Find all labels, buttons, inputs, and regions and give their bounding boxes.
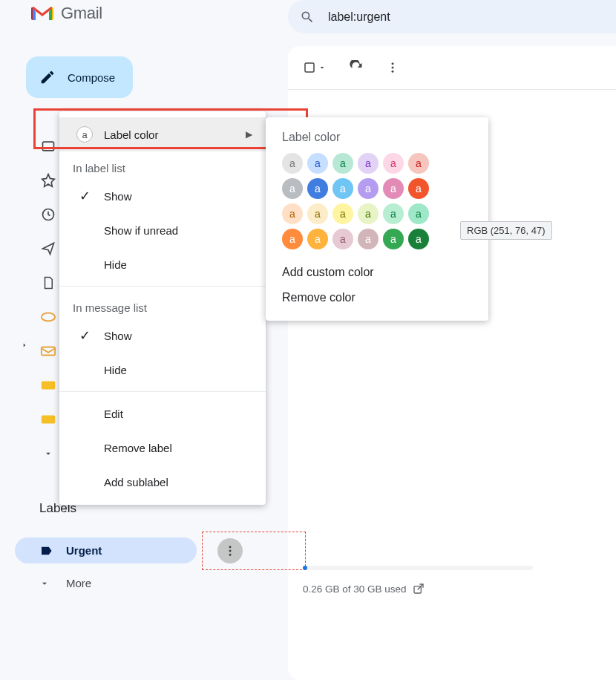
expand-categories-icon[interactable] — [21, 341, 28, 349]
color-swatch[interactable]: a — [307, 178, 328, 199]
refresh-button[interactable] — [349, 60, 364, 75]
header: Gmail label:urgent — [0, 0, 616, 27]
drafts-icon[interactable] — [39, 274, 57, 292]
more-label: More — [66, 577, 91, 589]
mail-toolbar — [288, 46, 616, 89]
menu-section-label-list: In label list — [59, 151, 266, 179]
color-swatch[interactable]: a — [383, 153, 404, 174]
color-swatch[interactable]: a — [358, 153, 379, 174]
svg-rect-4 — [42, 382, 55, 390]
menu-item-label: Label color — [104, 128, 246, 141]
svg-point-10 — [392, 62, 394, 65]
storage-bar-track — [303, 566, 533, 570]
dropdown-arrow-icon — [318, 63, 327, 72]
category-icon[interactable] — [39, 308, 57, 326]
category-social-icon[interactable] — [39, 411, 57, 428]
submenu-arrow-icon: ▶ — [246, 129, 252, 140]
color-swatch[interactable]: a — [282, 153, 303, 174]
check-icon: ✓ — [73, 327, 96, 344]
menu-item-show[interactable]: ✓ Show — [59, 179, 266, 213]
color-swatch[interactable]: a — [332, 178, 353, 199]
svg-rect-0 — [43, 142, 54, 151]
category-updates-icon[interactable] — [39, 376, 57, 394]
star-icon[interactable] — [39, 171, 57, 189]
color-swatch[interactable]: a — [282, 229, 303, 249]
chevron-down-icon[interactable] — [39, 445, 57, 462]
color-swatch[interactable]: a — [408, 203, 429, 224]
flyout-title: Label color — [282, 131, 472, 144]
annotation-dashed-box — [202, 532, 306, 570]
check-icon: ✓ — [73, 188, 96, 204]
menu-section-message-list: In message list — [59, 291, 266, 318]
color-swatch[interactable]: a — [408, 229, 429, 249]
color-swatch[interactable]: a — [383, 229, 404, 249]
select-all-checkbox[interactable] — [303, 61, 327, 74]
more-vert-icon — [386, 61, 399, 74]
pencil-icon — [39, 69, 56, 85]
color-swatch[interactable]: a — [358, 203, 379, 224]
menu-item-label-color[interactable]: a Label color ▶ — [59, 117, 266, 151]
compose-label: Compose — [68, 71, 115, 84]
chevron-down-icon — [39, 578, 50, 589]
gmail-icon — [31, 5, 53, 22]
search-bar[interactable]: label:urgent — [288, 0, 616, 33]
menu-item-edit[interactable]: Edit — [59, 396, 266, 431]
label-context-menu: a Label color ▶ In label list ✓ Show Sho… — [59, 111, 266, 505]
remove-color[interactable]: Remove color — [282, 285, 472, 310]
menu-separator — [59, 391, 266, 392]
menu-item-show-if-unread[interactable]: Show if unread — [59, 213, 266, 247]
color-tooltip: RGB (251, 76, 47) — [460, 221, 552, 240]
color-swatch[interactable]: a — [383, 203, 404, 224]
label-color-flyout: Label color aaaaaaaaaaaaaaaaaaaaaaaa Add… — [266, 117, 488, 321]
svg-rect-5 — [42, 416, 55, 424]
compose-button[interactable]: Compose — [26, 56, 133, 98]
storage-usage[interactable]: 0.26 GB of 30 GB used — [303, 583, 425, 595]
sent-icon[interactable] — [39, 240, 57, 258]
color-swatch[interactable]: a — [282, 178, 303, 199]
color-swatch[interactable]: a — [408, 178, 429, 199]
toolbar-separator — [288, 89, 616, 90]
snoozed-icon[interactable] — [39, 206, 57, 223]
label-urgent-text: Urgent — [66, 544, 102, 557]
label-icon — [39, 544, 53, 558]
search-icon — [300, 10, 315, 24]
color-swatch[interactable]: a — [358, 229, 379, 249]
color-swatch[interactable]: a — [332, 153, 353, 174]
color-swatch[interactable]: a — [332, 229, 353, 249]
svg-rect-3 — [42, 347, 55, 356]
storage-bar-fill — [303, 566, 307, 570]
allmail-icon[interactable] — [39, 342, 57, 360]
svg-point-2 — [42, 313, 55, 321]
color-swatch[interactable]: a — [282, 203, 303, 224]
toolbar-more-button[interactable] — [386, 61, 399, 74]
svg-rect-9 — [305, 63, 314, 72]
open-in-new-icon — [413, 583, 425, 595]
menu-item-hide-msg[interactable]: Hide — [59, 353, 266, 387]
refresh-icon — [349, 60, 364, 75]
inbox-icon[interactable] — [39, 137, 57, 155]
color-swatch[interactable]: a — [307, 203, 328, 224]
sidebar-nav — [39, 137, 57, 462]
color-swatch-grid: aaaaaaaaaaaaaaaaaaaaaaaa — [282, 153, 472, 249]
gmail-wordmark: Gmail — [61, 4, 102, 23]
gmail-logo[interactable]: Gmail — [31, 4, 102, 23]
checkbox-icon — [303, 61, 316, 74]
menu-item-remove-label[interactable]: Remove label — [59, 431, 266, 465]
menu-item-show-msg[interactable]: ✓ Show — [59, 318, 266, 353]
label-color-badge-icon: a — [76, 126, 93, 143]
color-swatch[interactable]: a — [307, 153, 328, 174]
color-swatch[interactable]: a — [408, 153, 429, 174]
search-query-text: label:urgent — [328, 10, 390, 24]
svg-point-11 — [392, 67, 394, 69]
storage-text: 0.26 GB of 30 GB used — [303, 583, 407, 595]
color-swatch[interactable]: a — [307, 229, 328, 249]
color-swatch[interactable]: a — [332, 203, 353, 224]
color-swatch[interactable]: a — [358, 178, 379, 199]
menu-item-add-sublabel[interactable]: Add sublabel — [59, 465, 266, 499]
add-custom-color[interactable]: Add custom color — [282, 260, 472, 285]
sidebar-more[interactable]: More — [39, 577, 91, 589]
color-swatch[interactable]: a — [383, 178, 404, 199]
menu-item-hide[interactable]: Hide — [59, 247, 266, 281]
menu-separator — [59, 286, 266, 287]
sidebar-label-urgent[interactable]: Urgent — [15, 537, 197, 563]
